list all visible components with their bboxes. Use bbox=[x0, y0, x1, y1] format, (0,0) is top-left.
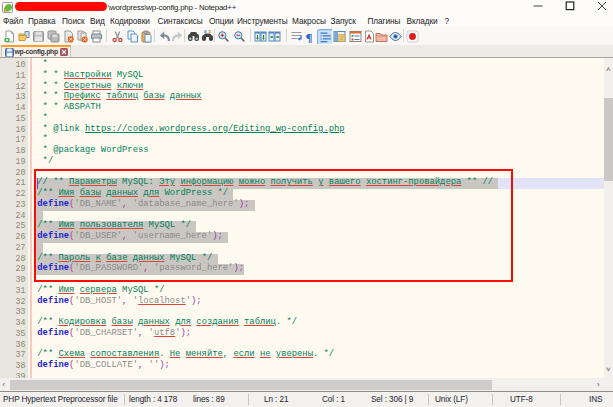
svg-text:b: b bbox=[208, 30, 211, 34]
svg-text:¶: ¶ bbox=[306, 30, 313, 43]
